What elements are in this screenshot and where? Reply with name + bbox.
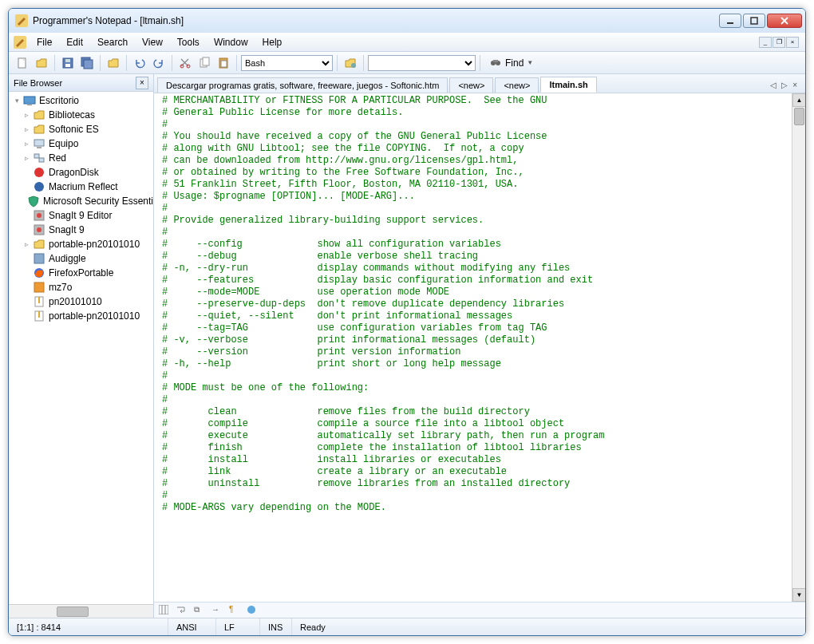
menu-window[interactable]: Window [207, 34, 255, 50]
svg-rect-23 [37, 147, 41, 148]
paste-button[interactable] [215, 54, 232, 72]
tree-item[interactable]: DragonDisk [9, 165, 153, 180]
scroll-down-button[interactable]: ▼ [792, 588, 805, 602]
tree-item[interactable]: ▹portable-pn20101010 [9, 237, 153, 251]
open-folder-button[interactable] [105, 54, 122, 72]
tree-root[interactable]: ▾Escritorio [9, 93, 153, 108]
tree-item-label: portable-pn20101010 [47, 310, 140, 322]
file-tree[interactable]: ▾Escritorio▹Bibliotecas▹Softonic ES▹Equi… [9, 92, 153, 604]
editor-tab[interactable]: <new> [495, 77, 539, 93]
code-line: # --preserve-dup-deps don't remove dupli… [162, 298, 791, 310]
code-line: # -h, --help print short or long help me… [162, 358, 791, 370]
snag-icon [33, 223, 45, 236]
code-line: # Usage: $progname [OPTION]... [MODE-ARG… [162, 191, 791, 203]
code-line: # 51 Franklin Street, Fifth Floor, Bosto… [162, 179, 791, 191]
file-browser-title: File Browser [14, 78, 136, 88]
tree-item[interactable]: ▹Softonic ES [9, 122, 153, 136]
maximize-button[interactable] [743, 14, 765, 28]
grid-icon[interactable] [159, 605, 170, 616]
minimize-button[interactable] [719, 14, 741, 28]
search-select[interactable] [368, 55, 476, 71]
menu-view[interactable]: View [135, 34, 170, 50]
svg-rect-21 [27, 105, 32, 105]
sidebar-hscroll[interactable] [9, 604, 153, 618]
marker-icon[interactable]: ⧉ [194, 605, 205, 616]
close-button[interactable] [767, 14, 802, 28]
menu-help[interactable]: Help [255, 34, 290, 50]
menu-file[interactable]: File [30, 34, 59, 50]
info-icon[interactable] [247, 605, 258, 616]
cut-button[interactable] [176, 54, 194, 72]
tab-prev-button[interactable]: ◁ [770, 81, 776, 89]
save-button[interactable] [59, 54, 77, 72]
scroll-up-button[interactable]: ▲ [792, 93, 805, 107]
arrow-icon[interactable]: → [211, 605, 223, 616]
wrap-icon[interactable] [176, 605, 188, 616]
mdi-minimize-button[interactable]: _ [759, 37, 772, 48]
status-insert: INS [260, 618, 292, 635]
menu-search[interactable]: Search [90, 34, 135, 50]
code-line: # clean remove files from the build dire… [162, 406, 791, 418]
mdi-close-button[interactable]: × [786, 37, 799, 48]
status-position: [1:1] : 8414 [9, 618, 168, 635]
tab-close-button[interactable]: × [792, 81, 797, 89]
tree-item-label: Microsoft Security Essenti [41, 196, 153, 207]
editor-tab[interactable]: <new> [449, 77, 493, 93]
tree-item[interactable]: SnagIt 9 [9, 223, 153, 237]
pilcrow-icon[interactable]: ¶ [229, 605, 240, 616]
code-editor[interactable]: # MERCHANTABILITY or FITNESS FOR A PARTI… [154, 93, 805, 602]
open-file-button[interactable] [33, 54, 50, 72]
undo-button[interactable] [131, 54, 148, 72]
code-line: # MODE must be one of the following: [162, 382, 791, 394]
scroll-thumb[interactable] [794, 108, 804, 125]
code-line: # compile compile a source file into a l… [162, 418, 791, 430]
tree-item[interactable]: pn20101010 [9, 294, 153, 309]
code-line: # [162, 370, 791, 382]
code-line: # or obtained by writing to the Free Sof… [162, 167, 791, 179]
tree-item-label: mz7o [47, 282, 72, 293]
code-line: # --features display basic configuration… [162, 275, 791, 286]
tab-next-button[interactable]: ▷ [781, 81, 788, 89]
tree-item-label: Softonic ES [47, 124, 99, 135]
code-line: # --quiet, --silent don't print informat… [162, 310, 791, 322]
code-line: # -v, --verbose print informational mess… [162, 334, 791, 346]
code-line: # --tag=TAG use configuration variables … [162, 322, 791, 334]
code-line: # -n, --dry-run display commands without… [162, 263, 791, 275]
copy-button[interactable] [196, 54, 213, 72]
save-all-button[interactable] [78, 54, 96, 72]
vertical-scrollbar[interactable]: ▲ ▼ [792, 93, 805, 602]
code-line: # execute automatically set library path… [162, 430, 791, 442]
tree-item-label: Audiggle [47, 253, 86, 264]
tree-item[interactable]: ▹Red [9, 151, 153, 165]
editor-tab[interactable]: ltmain.sh [540, 77, 596, 93]
redo-button[interactable] [150, 54, 168, 72]
tree-item[interactable]: Audiggle [9, 251, 153, 266]
titlebar: Programmer's Notepad - [ltmain.sh] [9, 9, 805, 33]
project-button[interactable] [342, 54, 359, 72]
mdi-restore-button[interactable]: ❐ [773, 37, 785, 48]
tree-item[interactable]: ▹Equipo [9, 136, 153, 151]
new-file-button[interactable] [14, 54, 31, 72]
svg-rect-15 [221, 61, 227, 67]
tree-item[interactable]: mz7o [9, 280, 153, 294]
svg-rect-22 [34, 140, 44, 146]
editor-tab[interactable]: Descargar programas gratis, software, fr… [157, 77, 448, 93]
window-title: Programmer's Notepad - [ltmain.sh] [33, 15, 719, 26]
tree-item[interactable]: Microsoft Security Essenti [9, 194, 153, 208]
tree-item[interactable]: SnagIt 9 Editor [9, 208, 153, 223]
code-line: # --mode=MODE use operation mode MODE [162, 286, 791, 298]
tree-item-label: SnagIt 9 Editor [47, 210, 112, 221]
file-browser-close-button[interactable]: × [136, 77, 148, 89]
tree-item[interactable]: FirefoxPortable [9, 266, 153, 280]
find-button[interactable]: Find ▼ [484, 57, 538, 69]
svg-rect-1 [727, 22, 733, 24]
language-select[interactable]: Bash [241, 55, 333, 71]
tree-item[interactable]: Macrium Reflect [9, 180, 153, 194]
tree-item[interactable]: ▹Bibliotecas [9, 108, 153, 122]
editor-area: Descargar programas gratis, software, fr… [154, 74, 805, 618]
menu-edit[interactable]: Edit [59, 34, 90, 50]
menu-tools[interactable]: Tools [170, 34, 207, 50]
tree-item[interactable]: portable-pn20101010 [9, 309, 153, 323]
tree-item-label: DragonDisk [47, 167, 99, 178]
svg-point-31 [37, 227, 41, 232]
